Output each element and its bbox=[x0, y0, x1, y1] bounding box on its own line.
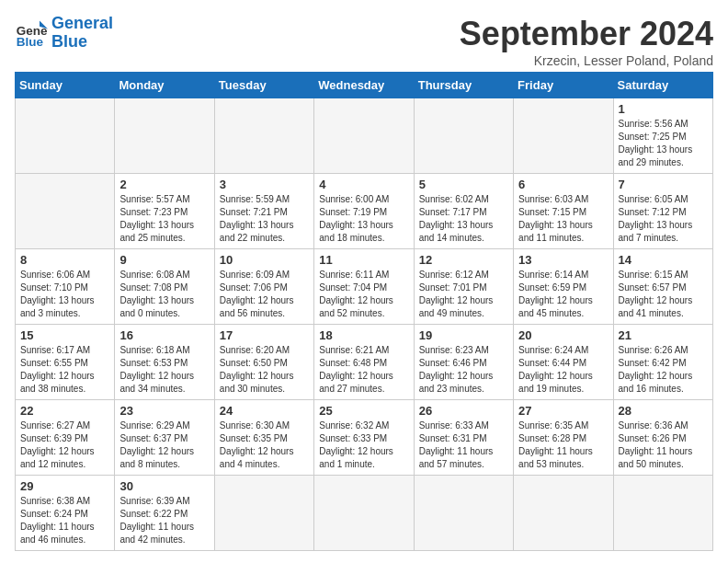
day-number: 13 bbox=[518, 253, 608, 267]
day-number: 10 bbox=[220, 253, 309, 267]
day-info: Sunrise: 6:17 AM Sunset: 6:55 PM Dayligh… bbox=[20, 344, 109, 396]
day-info: Sunrise: 6:12 AM Sunset: 7:01 PM Dayligh… bbox=[419, 269, 508, 320]
day-info: Sunrise: 6:27 AM Sunset: 6:39 PM Dayligh… bbox=[20, 419, 109, 471]
day-info: Sunrise: 5:59 AM Sunset: 7:21 PM Dayligh… bbox=[220, 193, 309, 245]
day-info: Sunrise: 6:33 AM Sunset: 6:31 PM Dayligh… bbox=[419, 419, 508, 471]
calendar-header-row: SundayMondayTuesdayWednesdayThursdayFrid… bbox=[16, 73, 713, 98]
calendar-cell bbox=[514, 476, 613, 551]
calendar-cell bbox=[314, 476, 414, 551]
calendar-cell: 29Sunrise: 6:38 AM Sunset: 6:24 PM Dayli… bbox=[16, 476, 115, 551]
day-number: 26 bbox=[419, 404, 508, 418]
day-info: Sunrise: 6:30 AM Sunset: 6:35 PM Dayligh… bbox=[220, 419, 309, 471]
calendar-cell: 30Sunrise: 6:39 AM Sunset: 6:22 PM Dayli… bbox=[115, 476, 214, 551]
calendar-cell bbox=[16, 98, 115, 174]
calendar-cell: 3Sunrise: 5:59 AM Sunset: 7:21 PM Daylig… bbox=[214, 174, 313, 249]
column-header-tuesday: Tuesday bbox=[214, 73, 313, 98]
day-info: Sunrise: 6:05 AM Sunset: 7:12 PM Dayligh… bbox=[619, 193, 708, 245]
column-header-saturday: Saturday bbox=[613, 73, 712, 98]
day-number: 1 bbox=[619, 102, 708, 116]
day-info: Sunrise: 6:18 AM Sunset: 6:53 PM Dayligh… bbox=[119, 344, 209, 396]
day-number: 11 bbox=[319, 253, 408, 267]
calendar-cell: 12Sunrise: 6:12 AM Sunset: 7:01 PM Dayli… bbox=[414, 249, 513, 325]
svg-text:Blue: Blue bbox=[17, 35, 44, 49]
calendar-cell: 22Sunrise: 6:27 AM Sunset: 6:39 PM Dayli… bbox=[16, 400, 115, 476]
day-info: Sunrise: 6:20 AM Sunset: 6:50 PM Dayligh… bbox=[220, 344, 309, 396]
day-info: Sunrise: 6:15 AM Sunset: 6:57 PM Dayligh… bbox=[619, 269, 708, 320]
day-number: 24 bbox=[220, 404, 309, 418]
day-number: 3 bbox=[220, 178, 309, 191]
day-info: Sunrise: 6:23 AM Sunset: 6:46 PM Dayligh… bbox=[419, 344, 508, 396]
day-number: 14 bbox=[619, 253, 708, 267]
day-number: 30 bbox=[119, 479, 209, 493]
calendar-cell: 16Sunrise: 6:18 AM Sunset: 6:53 PM Dayli… bbox=[115, 325, 214, 400]
day-info: Sunrise: 5:57 AM Sunset: 7:23 PM Dayligh… bbox=[119, 193, 209, 245]
day-number: 28 bbox=[619, 404, 708, 418]
calendar-table: SundayMondayTuesdayWednesdayThursdayFrid… bbox=[15, 72, 713, 551]
calendar-cell bbox=[514, 98, 613, 174]
calendar-week-5: 29Sunrise: 6:38 AM Sunset: 6:24 PM Dayli… bbox=[16, 476, 713, 551]
day-number: 6 bbox=[518, 178, 608, 191]
day-number: 19 bbox=[419, 328, 508, 342]
day-info: Sunrise: 6:38 AM Sunset: 6:24 PM Dayligh… bbox=[20, 495, 109, 546]
day-number: 27 bbox=[518, 404, 608, 418]
calendar-cell: 26Sunrise: 6:33 AM Sunset: 6:31 PM Dayli… bbox=[414, 400, 513, 476]
calendar-cell: 9Sunrise: 6:08 AM Sunset: 7:08 PM Daylig… bbox=[115, 249, 214, 325]
calendar-cell: 6Sunrise: 6:03 AM Sunset: 7:15 PM Daylig… bbox=[514, 174, 613, 249]
day-info: Sunrise: 6:36 AM Sunset: 6:26 PM Dayligh… bbox=[619, 419, 708, 471]
calendar-cell: 4Sunrise: 6:00 AM Sunset: 7:19 PM Daylig… bbox=[314, 174, 414, 249]
day-number: 18 bbox=[319, 328, 408, 342]
logo: General Blue General Blue bbox=[15, 15, 113, 52]
calendar-cell bbox=[613, 476, 712, 551]
calendar-cell: 23Sunrise: 6:29 AM Sunset: 6:37 PM Dayli… bbox=[115, 400, 214, 476]
day-number: 12 bbox=[419, 253, 508, 267]
calendar-cell bbox=[214, 476, 313, 551]
column-header-wednesday: Wednesday bbox=[314, 73, 414, 98]
calendar-cell: 28Sunrise: 6:36 AM Sunset: 6:26 PM Dayli… bbox=[613, 400, 712, 476]
column-header-sunday: Sunday bbox=[16, 73, 115, 98]
day-number: 21 bbox=[619, 328, 708, 342]
day-info: Sunrise: 6:08 AM Sunset: 7:08 PM Dayligh… bbox=[119, 269, 209, 320]
calendar-cell: 18Sunrise: 6:21 AM Sunset: 6:48 PM Dayli… bbox=[314, 325, 414, 400]
calendar-cell: 15Sunrise: 6:17 AM Sunset: 6:55 PM Dayli… bbox=[16, 325, 115, 400]
calendar-cell: 10Sunrise: 6:09 AM Sunset: 7:06 PM Dayli… bbox=[214, 249, 313, 325]
logo-icon: General Blue bbox=[15, 17, 48, 50]
calendar-cell: 25Sunrise: 6:32 AM Sunset: 6:33 PM Dayli… bbox=[314, 400, 414, 476]
day-info: Sunrise: 6:39 AM Sunset: 6:22 PM Dayligh… bbox=[119, 495, 209, 546]
day-info: Sunrise: 6:29 AM Sunset: 6:37 PM Dayligh… bbox=[119, 419, 209, 471]
day-number: 22 bbox=[20, 404, 109, 418]
calendar-cell: 27Sunrise: 6:35 AM Sunset: 6:28 PM Dayli… bbox=[514, 400, 613, 476]
calendar-week-0: 1Sunrise: 5:56 AM Sunset: 7:25 PM Daylig… bbox=[16, 98, 713, 174]
day-info: Sunrise: 6:06 AM Sunset: 7:10 PM Dayligh… bbox=[20, 269, 109, 320]
calendar-cell: 14Sunrise: 6:15 AM Sunset: 6:57 PM Dayli… bbox=[613, 249, 712, 325]
calendar-cell bbox=[214, 98, 313, 174]
column-header-monday: Monday bbox=[115, 73, 214, 98]
day-number: 9 bbox=[119, 253, 209, 267]
logo-general: General bbox=[51, 14, 113, 32]
day-info: Sunrise: 6:14 AM Sunset: 6:59 PM Dayligh… bbox=[518, 269, 608, 320]
day-info: Sunrise: 6:21 AM Sunset: 6:48 PM Dayligh… bbox=[319, 344, 408, 396]
day-info: Sunrise: 6:26 AM Sunset: 6:42 PM Dayligh… bbox=[619, 344, 708, 396]
calendar-week-1: 2Sunrise: 5:57 AM Sunset: 7:23 PM Daylig… bbox=[16, 174, 713, 249]
calendar-cell bbox=[414, 476, 513, 551]
calendar-week-3: 15Sunrise: 6:17 AM Sunset: 6:55 PM Dayli… bbox=[16, 325, 713, 400]
day-info: Sunrise: 6:03 AM Sunset: 7:15 PM Dayligh… bbox=[518, 193, 608, 245]
calendar-cell: 24Sunrise: 6:30 AM Sunset: 6:35 PM Dayli… bbox=[214, 400, 313, 476]
calendar-cell bbox=[314, 98, 414, 174]
day-info: Sunrise: 6:02 AM Sunset: 7:17 PM Dayligh… bbox=[419, 193, 508, 245]
calendar-cell: 13Sunrise: 6:14 AM Sunset: 6:59 PM Dayli… bbox=[514, 249, 613, 325]
calendar-cell: 2Sunrise: 5:57 AM Sunset: 7:23 PM Daylig… bbox=[115, 174, 214, 249]
calendar-week-4: 22Sunrise: 6:27 AM Sunset: 6:39 PM Dayli… bbox=[16, 400, 713, 476]
day-info: Sunrise: 6:09 AM Sunset: 7:06 PM Dayligh… bbox=[220, 269, 309, 320]
calendar-week-2: 8Sunrise: 6:06 AM Sunset: 7:10 PM Daylig… bbox=[16, 249, 713, 325]
day-number: 25 bbox=[319, 404, 408, 418]
calendar-cell bbox=[115, 98, 214, 174]
column-header-thursday: Thursday bbox=[414, 73, 513, 98]
day-number: 2 bbox=[119, 178, 209, 191]
day-number: 20 bbox=[518, 328, 608, 342]
day-number: 7 bbox=[619, 178, 708, 191]
logo-blue: Blue bbox=[51, 32, 87, 51]
calendar-cell bbox=[16, 174, 115, 249]
title-block: September 2024 Krzecin, Lesser Poland, P… bbox=[460, 15, 713, 68]
day-number: 17 bbox=[220, 328, 309, 342]
day-number: 8 bbox=[20, 253, 109, 267]
